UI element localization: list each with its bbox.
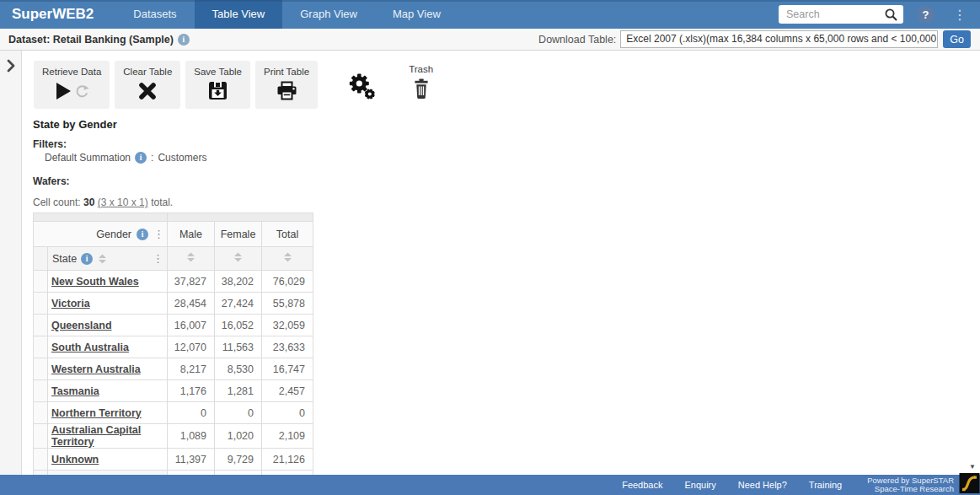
value-cell: 0 — [262, 402, 313, 424]
collapsed-side-panel — [0, 51, 22, 475]
powered-by-text: Powered by SuperSTAR Space-Time Research — [867, 476, 954, 493]
scrollbar-down-icon[interactable]: ▼ — [969, 463, 976, 471]
value-cell: 12,070 — [168, 336, 215, 358]
value-cell: 8,217 — [168, 358, 215, 380]
state-link[interactable]: South Australia — [51, 342, 129, 353]
row-gutter — [34, 271, 48, 293]
save-floppy-icon — [208, 81, 228, 100]
filter-info-icon[interactable]: i — [135, 152, 147, 164]
row-gutter — [34, 336, 48, 358]
table-top-strip — [34, 213, 313, 222]
row-dimension-label: State — [52, 253, 77, 265]
wafers-label: Wafers: — [33, 175, 70, 187]
row-gutter — [34, 424, 48, 449]
value-cell: 28,454 — [168, 293, 215, 315]
table-toolbar: Retrieve Data Clear Table Save Table — [34, 61, 433, 109]
filter-separator: : — [151, 152, 153, 164]
print-table-button[interactable]: Print Table — [255, 61, 318, 109]
sort-icon — [97, 254, 108, 264]
value-cell: 0 — [168, 402, 215, 424]
save-table-label: Save Table — [194, 67, 242, 77]
footer-link-training[interactable]: Training — [809, 480, 842, 490]
cell-count-value: 30 — [83, 196, 94, 208]
value-cell: 32,059 — [262, 315, 313, 336]
state-menu-icon[interactable]: ⋮ — [153, 254, 163, 264]
footer-link-need-help[interactable]: Need Help? — [738, 480, 787, 490]
cell-count-suffix: total. — [151, 196, 173, 208]
value-cell: 21,126 — [262, 449, 313, 471]
nav-tab-datasets[interactable]: Datasets — [115, 0, 194, 29]
dataset-title: Dataset: Retail Banking (Sample) i — [0, 34, 190, 46]
navbar-right: ? ⋮ — [779, 0, 980, 29]
dataset-info-icon[interactable]: i — [178, 34, 190, 46]
search-icon[interactable] — [884, 8, 898, 25]
row-gutter — [34, 247, 48, 271]
value-cell: 55,878 — [262, 293, 313, 315]
row-gutter — [34, 380, 48, 402]
state-link[interactable]: Queensland — [51, 320, 112, 331]
clear-table-button[interactable]: Clear Table — [115, 61, 180, 109]
value-cell: 2,109 — [262, 424, 313, 449]
value-cell: 1,176 — [168, 380, 215, 402]
row-gutter — [34, 315, 48, 336]
sort-cell-male[interactable] — [168, 247, 215, 271]
gender-menu-icon[interactable]: ⋮ — [153, 229, 164, 239]
space-time-research-logo-icon[interactable] — [959, 473, 980, 495]
filters-label: Filters: — [33, 138, 67, 150]
overflow-menu-icon[interactable]: ⋮ — [948, 6, 972, 24]
value-cell: 38,202 — [215, 271, 262, 293]
column-header-male[interactable]: Male — [168, 222, 215, 247]
footer-link-enquiry[interactable]: Enquiry — [684, 480, 715, 490]
sort-icon — [282, 252, 293, 262]
sort-icon — [185, 252, 196, 262]
table-options-gears-icon[interactable] — [345, 71, 378, 108]
sort-cell-female[interactable] — [215, 247, 262, 271]
nav-tab-graph-view[interactable]: Graph View — [282, 0, 375, 29]
trash-dropzone[interactable]: Trash — [409, 61, 433, 103]
go-button[interactable]: Go — [943, 30, 971, 48]
row-gutter — [34, 293, 48, 315]
value-cell: 2,457 — [262, 380, 313, 402]
top-navbar: SuperWEB2 Datasets Table View Graph View… — [0, 0, 980, 29]
row-dimension-row: State i ⋮ — [34, 247, 313, 271]
state-link[interactable]: Australian Capital Territory — [51, 424, 141, 448]
clear-x-icon — [137, 81, 158, 101]
column-header-total[interactable]: Total — [262, 222, 313, 247]
play-icon — [54, 81, 89, 101]
expand-panel-chevron-icon[interactable] — [0, 51, 21, 76]
table-row: Tasmania1,1761,2812,457 — [34, 380, 313, 402]
dataset-bar: Dataset: Retail Banking (Sample) i Downl… — [0, 29, 980, 51]
table-body: Gender i ⋮ Male Female Total State i — [34, 213, 313, 476]
refresh-icon — [75, 84, 89, 99]
download-format-select[interactable]: Excel 2007 (.xlsx)(max 16,384 columns x … — [620, 30, 938, 48]
nav-tab-map-view[interactable]: Map View — [375, 0, 458, 29]
state-link[interactable]: Tasmania — [51, 385, 99, 397]
value-cell: 0 — [215, 402, 262, 424]
help-icon[interactable]: ? — [917, 6, 934, 24]
main-nav: Datasets Table View Graph View Map View — [115, 0, 458, 29]
state-link[interactable]: Western Australia — [51, 363, 141, 375]
state-link[interactable]: Northern Territory — [51, 407, 142, 419]
value-cell: 1,020 — [215, 424, 262, 449]
state-link[interactable]: New South Wales — [51, 276, 139, 288]
state-link[interactable]: Victoria — [51, 298, 90, 309]
column-dimension-label: Gender — [96, 229, 131, 240]
footer-bar: Feedback Enquiry Need Help? Training Pow… — [0, 475, 980, 495]
save-table-button[interactable]: Save Table — [185, 61, 250, 109]
cell-count-link[interactable]: (3 x 10 x 1) — [98, 196, 148, 208]
column-header-female[interactable]: Female — [215, 222, 262, 247]
footer-link-feedback[interactable]: Feedback — [622, 480, 662, 490]
value-cell: 11,563 — [215, 336, 262, 358]
nav-tab-table-view[interactable]: Table View — [195, 0, 283, 29]
state-link[interactable]: Unknown — [51, 454, 99, 465]
gender-info-icon[interactable]: i — [137, 229, 148, 240]
retrieve-data-button[interactable]: Retrieve Data — [34, 61, 110, 109]
value-cell: 9,729 — [215, 449, 262, 471]
sort-cell-total[interactable] — [262, 247, 313, 271]
trash-icon — [413, 78, 430, 100]
value-cell: 76,029 — [262, 271, 313, 293]
trash-label: Trash — [409, 64, 433, 74]
value-cell: 16,007 — [168, 315, 215, 336]
state-info-icon[interactable]: i — [81, 253, 93, 265]
row-gutter — [34, 358, 48, 380]
